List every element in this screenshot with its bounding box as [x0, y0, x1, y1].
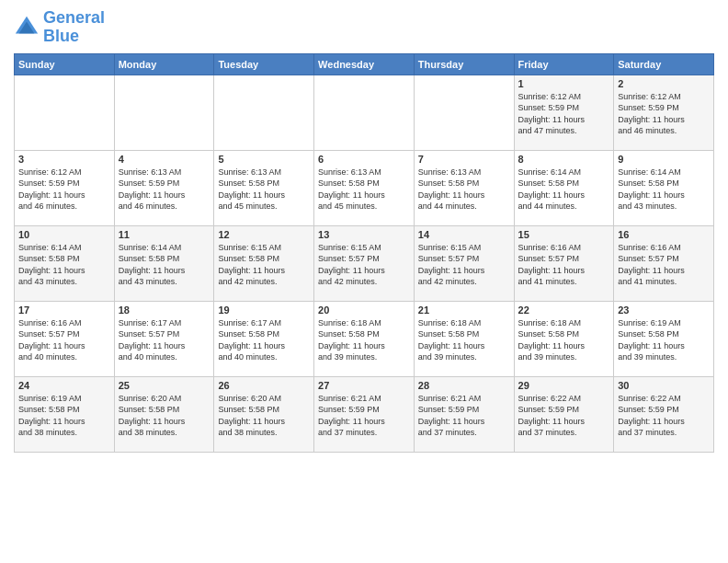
- weekday-header-saturday: Saturday: [614, 53, 714, 75]
- day-number: 23: [618, 304, 710, 316]
- day-number: 2: [618, 78, 710, 89]
- day-info: Sunrise: 6:12 AM Sunset: 5:59 PM Dayligh…: [518, 91, 610, 137]
- day-number: 7: [418, 154, 510, 165]
- logo-icon: [14, 15, 40, 40]
- calendar-cell: 26Sunrise: 6:20 AM Sunset: 5:58 PM Dayli…: [214, 376, 314, 452]
- calendar-table: SundayMondayTuesdayWednesdayThursdayFrid…: [14, 53, 714, 453]
- day-number: 3: [18, 154, 110, 165]
- day-info: Sunrise: 6:12 AM Sunset: 5:59 PM Dayligh…: [618, 91, 710, 137]
- calendar-cell: 2Sunrise: 6:12 AM Sunset: 5:59 PM Daylig…: [614, 75, 714, 150]
- day-number: 22: [518, 304, 610, 316]
- logo: General Blue: [14, 9, 105, 46]
- day-number: 13: [318, 229, 410, 240]
- weekday-header-friday: Friday: [514, 53, 614, 75]
- calendar-week-4: 17Sunrise: 6:16 AM Sunset: 5:57 PM Dayli…: [15, 301, 714, 376]
- weekday-header-wednesday: Wednesday: [314, 53, 415, 75]
- calendar-cell: 16Sunrise: 6:16 AM Sunset: 5:57 PM Dayli…: [614, 225, 714, 301]
- calendar-week-1: 1Sunrise: 6:12 AM Sunset: 5:59 PM Daylig…: [15, 75, 714, 150]
- day-info: Sunrise: 6:13 AM Sunset: 5:58 PM Dayligh…: [218, 167, 310, 213]
- calendar-cell: 24Sunrise: 6:19 AM Sunset: 5:58 PM Dayli…: [15, 376, 115, 452]
- calendar-cell: 3Sunrise: 6:12 AM Sunset: 5:59 PM Daylig…: [15, 150, 115, 225]
- calendar-cell: 12Sunrise: 6:15 AM Sunset: 5:58 PM Dayli…: [214, 225, 314, 301]
- day-info: Sunrise: 6:14 AM Sunset: 5:58 PM Dayligh…: [618, 167, 710, 213]
- day-info: Sunrise: 6:19 AM Sunset: 5:58 PM Dayligh…: [18, 393, 110, 439]
- day-info: Sunrise: 6:13 AM Sunset: 5:59 PM Dayligh…: [119, 167, 210, 213]
- calendar-cell: 10Sunrise: 6:14 AM Sunset: 5:58 PM Dayli…: [15, 225, 115, 301]
- calendar-cell: 29Sunrise: 6:22 AM Sunset: 5:59 PM Dayli…: [514, 376, 614, 452]
- calendar-cell: 9Sunrise: 6:14 AM Sunset: 5:58 PM Daylig…: [614, 150, 714, 225]
- day-number: 25: [119, 380, 210, 391]
- day-info: Sunrise: 6:18 AM Sunset: 5:58 PM Dayligh…: [418, 317, 510, 363]
- calendar-cell: 22Sunrise: 6:18 AM Sunset: 5:58 PM Dayli…: [514, 301, 614, 376]
- calendar-cell: 17Sunrise: 6:16 AM Sunset: 5:57 PM Dayli…: [15, 301, 115, 376]
- calendar-cell: [114, 75, 214, 150]
- calendar-cell: 1Sunrise: 6:12 AM Sunset: 5:59 PM Daylig…: [514, 75, 614, 150]
- day-info: Sunrise: 6:18 AM Sunset: 5:58 PM Dayligh…: [318, 317, 410, 363]
- day-info: Sunrise: 6:20 AM Sunset: 5:58 PM Dayligh…: [218, 393, 310, 439]
- day-info: Sunrise: 6:13 AM Sunset: 5:58 PM Dayligh…: [418, 167, 510, 213]
- day-number: 19: [218, 304, 310, 316]
- day-number: 16: [618, 229, 710, 240]
- calendar-cell: 13Sunrise: 6:15 AM Sunset: 5:57 PM Dayli…: [314, 225, 415, 301]
- day-info: Sunrise: 6:14 AM Sunset: 5:58 PM Dayligh…: [518, 167, 610, 213]
- day-info: Sunrise: 6:16 AM Sunset: 5:57 PM Dayligh…: [18, 317, 110, 363]
- day-number: 30: [618, 380, 710, 391]
- day-info: Sunrise: 6:21 AM Sunset: 5:59 PM Dayligh…: [318, 393, 410, 439]
- day-number: 27: [318, 380, 410, 391]
- calendar-cell: 20Sunrise: 6:18 AM Sunset: 5:58 PM Dayli…: [314, 301, 415, 376]
- calendar-header-row: SundayMondayTuesdayWednesdayThursdayFrid…: [15, 53, 714, 75]
- day-number: 29: [518, 380, 610, 391]
- day-number: 5: [218, 154, 310, 165]
- calendar-cell: 7Sunrise: 6:13 AM Sunset: 5:58 PM Daylig…: [414, 150, 514, 225]
- day-info: Sunrise: 6:16 AM Sunset: 5:57 PM Dayligh…: [618, 242, 710, 288]
- day-info: Sunrise: 6:13 AM Sunset: 5:58 PM Dayligh…: [318, 167, 410, 213]
- calendar-cell: 15Sunrise: 6:16 AM Sunset: 5:57 PM Dayli…: [514, 225, 614, 301]
- day-info: Sunrise: 6:22 AM Sunset: 5:59 PM Dayligh…: [618, 393, 710, 439]
- calendar-cell: 8Sunrise: 6:14 AM Sunset: 5:58 PM Daylig…: [514, 150, 614, 225]
- day-number: 18: [119, 304, 210, 316]
- day-info: Sunrise: 6:18 AM Sunset: 5:58 PM Dayligh…: [518, 317, 610, 363]
- page: General Blue SundayMondayTuesdayWednesda…: [0, 0, 728, 563]
- header: General Blue: [14, 9, 714, 46]
- calendar-cell: 5Sunrise: 6:13 AM Sunset: 5:58 PM Daylig…: [214, 150, 314, 225]
- day-number: 8: [518, 154, 610, 165]
- calendar-cell: [314, 75, 415, 150]
- day-info: Sunrise: 6:20 AM Sunset: 5:58 PM Dayligh…: [119, 393, 210, 439]
- day-info: Sunrise: 6:14 AM Sunset: 5:58 PM Dayligh…: [119, 242, 210, 288]
- day-info: Sunrise: 6:21 AM Sunset: 5:59 PM Dayligh…: [418, 393, 510, 439]
- calendar-cell: 19Sunrise: 6:17 AM Sunset: 5:58 PM Dayli…: [214, 301, 314, 376]
- day-number: 9: [618, 154, 710, 165]
- logo-text: General Blue: [43, 9, 105, 46]
- day-number: 26: [218, 380, 310, 391]
- day-number: 12: [218, 229, 310, 240]
- day-number: 24: [18, 380, 110, 391]
- calendar-cell: [15, 75, 115, 150]
- day-info: Sunrise: 6:17 AM Sunset: 5:57 PM Dayligh…: [119, 317, 210, 363]
- day-info: Sunrise: 6:19 AM Sunset: 5:58 PM Dayligh…: [618, 317, 710, 363]
- calendar-cell: 14Sunrise: 6:15 AM Sunset: 5:57 PM Dayli…: [414, 225, 514, 301]
- weekday-header-tuesday: Tuesday: [214, 53, 314, 75]
- calendar-cell: 23Sunrise: 6:19 AM Sunset: 5:58 PM Dayli…: [614, 301, 714, 376]
- day-info: Sunrise: 6:15 AM Sunset: 5:57 PM Dayligh…: [318, 242, 410, 288]
- day-number: 15: [518, 229, 610, 240]
- calendar-week-5: 24Sunrise: 6:19 AM Sunset: 5:58 PM Dayli…: [15, 376, 714, 452]
- day-number: 14: [418, 229, 510, 240]
- day-info: Sunrise: 6:12 AM Sunset: 5:59 PM Dayligh…: [18, 167, 110, 213]
- day-info: Sunrise: 6:15 AM Sunset: 5:57 PM Dayligh…: [418, 242, 510, 288]
- day-number: 1: [518, 78, 610, 89]
- calendar-cell: [214, 75, 314, 150]
- weekday-header-sunday: Sunday: [15, 53, 115, 75]
- day-info: Sunrise: 6:22 AM Sunset: 5:59 PM Dayligh…: [518, 393, 610, 439]
- calendar-cell: 28Sunrise: 6:21 AM Sunset: 5:59 PM Dayli…: [414, 376, 514, 452]
- day-number: 11: [119, 229, 210, 240]
- calendar-cell: [414, 75, 514, 150]
- day-info: Sunrise: 6:16 AM Sunset: 5:57 PM Dayligh…: [518, 242, 610, 288]
- calendar-cell: 25Sunrise: 6:20 AM Sunset: 5:58 PM Dayli…: [114, 376, 214, 452]
- day-number: 21: [418, 304, 510, 316]
- day-number: 10: [18, 229, 110, 240]
- calendar-cell: 27Sunrise: 6:21 AM Sunset: 5:59 PM Dayli…: [314, 376, 415, 452]
- calendar-week-2: 3Sunrise: 6:12 AM Sunset: 5:59 PM Daylig…: [15, 150, 714, 225]
- weekday-header-thursday: Thursday: [414, 53, 514, 75]
- calendar-cell: 18Sunrise: 6:17 AM Sunset: 5:57 PM Dayli…: [114, 301, 214, 376]
- calendar-cell: 21Sunrise: 6:18 AM Sunset: 5:58 PM Dayli…: [414, 301, 514, 376]
